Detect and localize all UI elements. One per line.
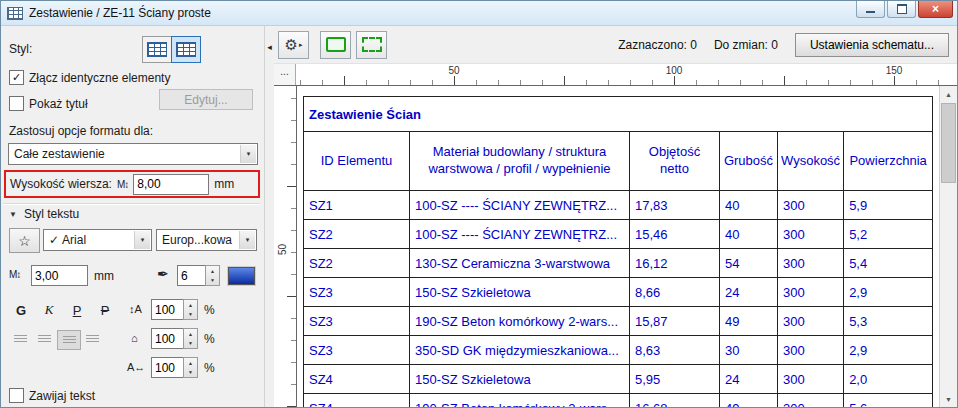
table-cell[interactable]: 16,12 bbox=[630, 249, 720, 278]
char-spacing-stepper[interactable]: ▲ ▼ bbox=[183, 357, 198, 378]
table-cell[interactable]: 5,2 bbox=[844, 220, 933, 249]
table-cell[interactable]: 15,87 bbox=[630, 307, 720, 336]
format-scope-select[interactable]: Całe zestawienie ▾ bbox=[8, 143, 258, 165]
table-cell[interactable]: 350-SD GK międzymieszkaniowa... bbox=[410, 336, 630, 365]
char-spacing-input[interactable] bbox=[151, 357, 184, 378]
table-cell[interactable]: SZ2 bbox=[304, 249, 410, 278]
column-header[interactable]: Materiał budowlany / struktura warstwowa… bbox=[410, 132, 630, 191]
table-cell[interactable]: 5,4 bbox=[844, 249, 933, 278]
scrollbar-thumb[interactable] bbox=[941, 103, 956, 183]
scroll-up-icon[interactable]: ▲ bbox=[940, 86, 957, 102]
align-right-button[interactable] bbox=[81, 330, 103, 348]
align-justify-button[interactable] bbox=[57, 330, 81, 350]
horizontal-ruler[interactable]: 50 100 150 bbox=[296, 64, 957, 85]
bold-button[interactable]: G bbox=[9, 300, 33, 320]
align-left-button[interactable] bbox=[9, 330, 31, 348]
table-cell[interactable]: 100-SZ ---- ŚCIANY ZEWNĘTRZ... bbox=[410, 191, 630, 220]
table-cell[interactable]: 5,3 bbox=[844, 307, 933, 336]
table-cell[interactable]: SZ4 bbox=[304, 394, 410, 408]
pen-color-swatch[interactable] bbox=[228, 267, 255, 285]
table-cell[interactable]: 2,9 bbox=[844, 278, 933, 307]
show-title-checkbox[interactable]: Pokaż tytuł bbox=[9, 96, 88, 111]
table-cell[interactable]: 40 bbox=[720, 220, 778, 249]
column-header[interactable]: Powierzchnia bbox=[844, 132, 933, 191]
scheme-options-button[interactable]: ⚙ ▸ bbox=[278, 31, 309, 59]
table-cell[interactable]: 17,83 bbox=[630, 191, 720, 220]
wrap-text-checkbox[interactable]: Zawijaj tekst bbox=[9, 388, 95, 403]
font-family-select[interactable]: ✓ Arial ▾ bbox=[43, 229, 152, 251]
table-cell[interactable]: 2,9 bbox=[844, 336, 933, 365]
italic-button[interactable]: K bbox=[37, 300, 61, 320]
width-factor-input[interactable] bbox=[151, 328, 184, 349]
scheme-settings-button[interactable]: Ustawienia schematu... bbox=[795, 33, 949, 57]
table-cell[interactable]: SZ1 bbox=[304, 191, 410, 220]
table-cell[interactable]: 150-SZ Szkieletowa bbox=[410, 365, 630, 394]
table-cell[interactable]: 190-SZ Beton komórkowy 2-wars... bbox=[410, 307, 630, 336]
text-style-section-header[interactable]: ▼ Styl tekstu bbox=[9, 207, 79, 221]
table-cell[interactable]: 300 bbox=[778, 249, 844, 278]
table-cell[interactable]: 300 bbox=[778, 336, 844, 365]
line-spacing-stepper[interactable]: ▲ ▼ bbox=[183, 299, 198, 320]
table-cell[interactable]: 5,9 bbox=[844, 191, 933, 220]
style-table-toggle[interactable] bbox=[171, 36, 201, 63]
scroll-down-icon[interactable]: ▼ bbox=[940, 391, 957, 407]
table-cell[interactable]: 40 bbox=[720, 191, 778, 220]
table-cell[interactable]: 300 bbox=[778, 278, 844, 307]
collapse-sidebar-button[interactable]: ◂ bbox=[264, 26, 274, 407]
table-cell[interactable]: 24 bbox=[720, 278, 778, 307]
row-height-input[interactable] bbox=[133, 174, 209, 195]
font-size-input[interactable] bbox=[31, 265, 88, 286]
column-header[interactable]: Objętość netto bbox=[630, 132, 720, 191]
ruler-options-button[interactable]: ... bbox=[274, 64, 296, 85]
table-cell[interactable]: 15,46 bbox=[630, 220, 720, 249]
pen-number-input[interactable] bbox=[177, 265, 206, 286]
table-cell[interactable]: 300 bbox=[778, 394, 844, 408]
table-cell[interactable]: 130-SZ Ceramiczna 3-warstwowa bbox=[410, 249, 630, 278]
vertical-ruler[interactable]: 50 bbox=[274, 86, 297, 407]
column-header[interactable]: Grubość bbox=[720, 132, 778, 191]
merge-identical-checkbox[interactable]: ✓ Złącz identyczne elementy bbox=[9, 70, 170, 85]
table-cell[interactable]: 300 bbox=[778, 307, 844, 336]
table-cell[interactable]: 54 bbox=[720, 249, 778, 278]
column-header[interactable]: Wysokość bbox=[778, 132, 844, 191]
table-cell[interactable]: 16,68 bbox=[630, 394, 720, 408]
table-cell[interactable]: 300 bbox=[778, 220, 844, 249]
table-cell[interactable]: 100-SZ ---- ŚCIANY ZEWNĘTRZ... bbox=[410, 220, 630, 249]
table-cell[interactable]: 190-SZ Beton komórkowy 2-wars... bbox=[410, 394, 630, 408]
table-cell[interactable]: 300 bbox=[778, 365, 844, 394]
titlebar[interactable]: Zestawienie / ZE-11 Ściany proste × bbox=[1, 1, 957, 26]
table-cell[interactable]: 24 bbox=[720, 365, 778, 394]
table-cell[interactable]: SZ2 bbox=[304, 220, 410, 249]
table-cell[interactable]: 2,0 bbox=[844, 365, 933, 394]
close-button[interactable]: × bbox=[918, 1, 953, 18]
table-cell[interactable]: 49 bbox=[720, 394, 778, 408]
pen-number-stepper[interactable]: ▲ ▼ bbox=[205, 265, 220, 286]
vertical-scrollbar[interactable]: ▲ ▼ bbox=[939, 86, 957, 407]
table-cell[interactable]: 300 bbox=[778, 191, 844, 220]
strikethrough-button[interactable]: P bbox=[93, 300, 117, 320]
table-cell[interactable]: 5,6 bbox=[844, 394, 933, 408]
table-cell[interactable]: SZ3 bbox=[304, 307, 410, 336]
line-spacing-input[interactable] bbox=[151, 299, 184, 320]
table-cell[interactable]: SZ3 bbox=[304, 278, 410, 307]
table-title[interactable]: Zestawienie Ścian bbox=[304, 97, 933, 132]
table-cell[interactable]: 5,95 bbox=[630, 365, 720, 394]
table-cell[interactable]: 8,63 bbox=[630, 336, 720, 365]
highlight-selection-button[interactable] bbox=[320, 31, 351, 59]
column-header[interactable]: ID Elementu bbox=[304, 132, 410, 191]
table-cell[interactable]: 30 bbox=[720, 336, 778, 365]
table-cell[interactable]: 150-SZ Szkieletowa bbox=[410, 278, 630, 307]
edit-title-button[interactable]: Edytuj... bbox=[159, 89, 253, 110]
table-cell[interactable]: 49 bbox=[720, 307, 778, 336]
table-cell[interactable]: SZ3 bbox=[304, 336, 410, 365]
font-encoding-select[interactable]: Europ...kowa ▾ bbox=[156, 229, 257, 251]
minimize-button[interactable] bbox=[856, 1, 885, 18]
restore-button[interactable] bbox=[887, 1, 916, 18]
align-center-button[interactable] bbox=[33, 330, 55, 348]
table-cell[interactable]: SZ4 bbox=[304, 365, 410, 394]
favorite-style-button[interactable]: ☆ bbox=[9, 228, 40, 253]
edit-selection-button[interactable] bbox=[356, 31, 387, 59]
table-cell[interactable]: 8,66 bbox=[630, 278, 720, 307]
style-list-toggle[interactable] bbox=[142, 36, 172, 63]
width-factor-stepper[interactable]: ▲ ▼ bbox=[183, 328, 198, 349]
